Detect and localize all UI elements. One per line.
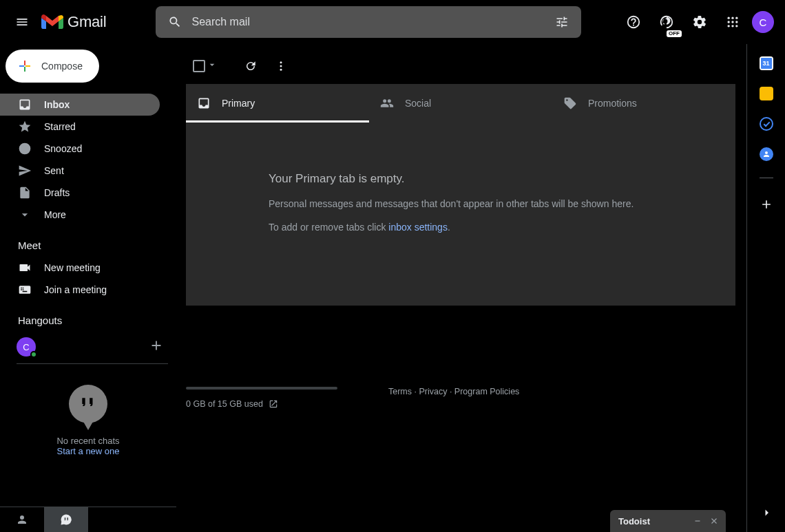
svg-point-5 — [735, 21, 737, 23]
sidebar-item-drafts[interactable]: Drafts — [0, 182, 160, 204]
clock-icon — [18, 142, 32, 156]
svg-point-8 — [735, 25, 737, 27]
message-list-empty: Your Primary tab is empty. Personal mess… — [186, 123, 735, 306]
sidebar-item-sent[interactable]: Sent — [0, 160, 160, 182]
svg-point-0 — [728, 17, 730, 19]
compose-button[interactable]: Compose — [6, 50, 99, 83]
svg-point-2 — [735, 17, 737, 19]
support-button[interactable] — [620, 8, 647, 36]
people-icon — [380, 96, 394, 110]
plus-icon — [760, 198, 773, 211]
person-icon — [762, 150, 771, 158]
settings-button[interactable] — [686, 8, 713, 36]
close-icon — [709, 516, 719, 526]
search-options-button[interactable] — [548, 8, 576, 36]
search-button[interactable] — [161, 8, 189, 36]
nav-label: Sent — [44, 165, 64, 176]
checkbox-icon — [193, 60, 205, 72]
tab-primary[interactable]: Primary — [186, 84, 369, 123]
hangouts-header-row: C — [0, 332, 176, 363]
meet-section-title: Meet — [0, 226, 176, 257]
meet-label: Join a meeting — [44, 284, 107, 295]
account-avatar[interactable]: C — [752, 11, 774, 33]
more-vert-icon — [275, 60, 287, 72]
svg-point-7 — [731, 25, 733, 27]
nav-label: Starred — [44, 121, 76, 132]
main-content: Primary Social Promotions Your Primary t… — [176, 44, 746, 532]
calendar-app-button[interactable]: 31 — [760, 56, 773, 70]
svg-point-9 — [280, 61, 282, 63]
send-icon — [18, 164, 32, 178]
plus-icon — [149, 338, 164, 353]
video-icon — [18, 261, 32, 275]
empty-description: Personal messages and messages that don'… — [269, 198, 735, 209]
sidebar-tab-hangouts[interactable] — [44, 507, 88, 532]
tasks-app-button[interactable] — [760, 117, 773, 131]
empty-settings-line: To add or remove tabs click inbox settin… — [269, 222, 735, 233]
todoist-close-button[interactable] — [708, 515, 720, 527]
open-in-new-icon[interactable] — [269, 399, 278, 409]
meet-new-meeting[interactable]: New meeting — [0, 257, 176, 279]
sidebar-item-starred[interactable]: Starred — [0, 116, 160, 138]
refresh-button[interactable] — [237, 52, 264, 80]
tune-icon — [555, 15, 569, 29]
todoist-minimize-button[interactable] — [691, 515, 704, 527]
offline-icon — [659, 14, 674, 30]
sidebar-item-inbox[interactable]: Inbox — [0, 94, 160, 116]
hangouts-empty-state: No recent chats Start a new one — [0, 364, 176, 456]
nav-label: Drafts — [44, 187, 70, 198]
presence-dot — [30, 351, 37, 358]
hangouts-start-link[interactable]: Start a new one — [0, 446, 176, 456]
quote-bubble-icon — [60, 513, 72, 526]
search-input[interactable] — [189, 16, 548, 28]
tab-label: Social — [405, 98, 431, 109]
sidebar: Compose Inbox Starred Snoozed Sent Draft… — [0, 44, 176, 532]
offline-status[interactable]: OFF — [653, 8, 680, 36]
todoist-popup[interactable]: Todoist — [610, 510, 726, 532]
gmail-m-icon — [41, 14, 63, 30]
google-apps-button[interactable] — [719, 8, 746, 36]
sidebar-item-snoozed[interactable]: Snoozed — [0, 138, 160, 160]
svg-point-3 — [728, 21, 730, 23]
meet-join-meeting[interactable]: Join a meeting — [0, 279, 176, 301]
get-addons-button[interactable] — [757, 195, 776, 214]
hangouts-avatar[interactable]: C — [17, 337, 36, 357]
storage-info: 0 GB of 15 GB used — [186, 387, 388, 409]
plus-multicolor-icon — [17, 58, 33, 74]
svg-point-11 — [280, 69, 282, 71]
off-badge: OFF — [667, 30, 682, 37]
hide-sidepanel-button[interactable] — [755, 502, 777, 524]
main-menu-button[interactable] — [6, 6, 39, 39]
hangouts-new-chat-button[interactable] — [149, 338, 164, 356]
tab-social[interactable]: Social — [369, 84, 552, 123]
privacy-link[interactable]: Privacy — [419, 387, 447, 396]
toolbar — [186, 50, 735, 83]
hangouts-bubble-icon — [69, 385, 107, 423]
contacts-app-button[interactable] — [760, 147, 773, 161]
storage-meter — [186, 387, 337, 390]
sidebar-tab-contacts[interactable] — [0, 507, 44, 532]
tab-label: Promotions — [588, 98, 637, 109]
select-all-button[interactable] — [186, 59, 222, 73]
storage-text: 0 GB of 15 GB used — [186, 399, 263, 409]
search-icon — [168, 15, 182, 29]
svg-point-6 — [728, 25, 730, 27]
tab-label: Primary — [222, 98, 255, 109]
empty-heading: Your Primary tab is empty. — [269, 172, 735, 186]
inbox-settings-link[interactable]: inbox settings — [388, 222, 448, 233]
tab-promotions[interactable]: Promotions — [552, 84, 735, 123]
todoist-title: Todoist — [618, 516, 650, 526]
logo-text: Gmail — [67, 13, 106, 31]
header-actions: OFF C — [620, 8, 774, 36]
nav-label: Inbox — [44, 99, 70, 110]
keep-app-button[interactable] — [760, 87, 773, 100]
policies-link[interactable]: Program Policies — [454, 387, 519, 396]
sidebar-item-more[interactable]: More — [0, 204, 160, 226]
sidebar-bottom-tabs — [0, 507, 176, 532]
more-actions-button[interactable] — [267, 52, 295, 80]
minimize-icon — [693, 516, 702, 526]
inbox-tabs: Primary Social Promotions — [186, 84, 735, 123]
terms-link[interactable]: Terms — [388, 387, 412, 396]
gmail-logo[interactable]: Gmail — [41, 13, 106, 31]
help-icon — [626, 14, 641, 30]
